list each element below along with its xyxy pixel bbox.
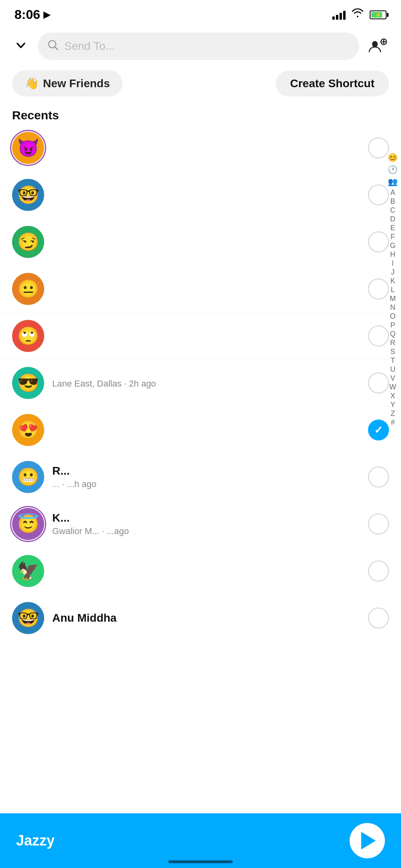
contact-checkbox[interactable] [368, 278, 389, 299]
avatar: 😐 [12, 273, 44, 305]
send-icon [361, 832, 376, 850]
alpha-a[interactable]: A [389, 189, 397, 196]
alpha-i[interactable]: I [389, 260, 397, 267]
avatar: 🦅 [12, 555, 44, 587]
contact-checkbox[interactable] [368, 184, 389, 205]
contact-checkbox[interactable] [368, 373, 389, 393]
alpha-q[interactable]: Q [389, 330, 397, 338]
battery-bolt: ⚡ [375, 12, 381, 18]
avatar: 🤓 [12, 602, 44, 634]
new-friends-button[interactable]: 👋 New Friends [12, 70, 123, 96]
search-icon [47, 39, 59, 53]
alpha-g[interactable]: G [389, 242, 397, 249]
scroll-spacer [0, 642, 401, 706]
alpha-j[interactable]: J [389, 268, 397, 276]
avatar-emoji: 🤓 [17, 609, 39, 627]
avatar: 😬 [12, 461, 44, 493]
contact-info: R... ... · ...h ago [44, 465, 368, 489]
contact-checkbox[interactable] [368, 326, 389, 346]
contact-row[interactable]: 🙄 [0, 313, 401, 360]
avatar: 😏 [12, 226, 44, 258]
avatar-emoji: 😐 [17, 280, 39, 298]
alpha-s[interactable]: S [389, 348, 397, 355]
signal-bar-1 [332, 16, 335, 20]
alpha-x[interactable]: X [389, 392, 397, 399]
alpha-clock-icon[interactable]: 🕐 [388, 165, 398, 174]
contact-checkbox[interactable] [368, 420, 389, 440]
alpha-group-icon[interactable]: 👥 [388, 177, 398, 186]
create-shortcut-button[interactable]: Create Shortcut [276, 71, 389, 96]
alpha-c[interactable]: C [389, 207, 397, 214]
time-display: 8:06 [14, 7, 40, 22]
status-bar: 8:06 ▶ ⚡ [0, 0, 401, 26]
status-time: 8:06 ▶ [14, 7, 50, 22]
alpha-l[interactable]: L [389, 286, 397, 293]
send-to-label: Jazzy [16, 832, 350, 849]
alpha-b[interactable]: B [389, 198, 397, 205]
avatar-emoji: 🤓 [17, 186, 39, 204]
send-button[interactable] [350, 823, 385, 858]
contact-row[interactable]: 😐 [0, 266, 401, 313]
battery-icon: ⚡ [370, 10, 387, 19]
contact-checkbox[interactable] [368, 467, 389, 487]
contact-row[interactable]: 🤓 Anu Middha [0, 595, 401, 642]
alpha-v[interactable]: V [389, 375, 397, 382]
alpha-f[interactable]: F [389, 233, 397, 240]
alphabet-index: 😊 🕐 👥 A B C D E F G H I J K L M N O P Q … [388, 153, 398, 426]
alpha-k[interactable]: K [389, 277, 397, 285]
add-friends-button[interactable] [367, 35, 389, 57]
contact-checkbox[interactable] [368, 514, 389, 534]
status-icons: ⚡ [332, 8, 387, 21]
alpha-hash[interactable]: # [389, 419, 397, 426]
avatar-emoji: 🙄 [17, 327, 39, 345]
search-input[interactable]: Send To... [64, 40, 350, 53]
contact-row[interactable]: 🤓 [0, 172, 401, 219]
back-button[interactable] [12, 37, 30, 55]
contact-row[interactable]: 🦅 [0, 548, 401, 595]
alpha-t[interactable]: T [389, 357, 397, 364]
avatar: 🙄 [12, 320, 44, 352]
avatar-emoji: 😎 [17, 374, 39, 392]
alpha-r[interactable]: R [389, 339, 397, 346]
avatar-emoji: 😍 [17, 421, 39, 439]
alpha-h[interactable]: H [389, 251, 397, 258]
svg-point-1 [372, 41, 378, 47]
contact-row[interactable]: 😇 K... Gwalior M... · ...ago [0, 501, 401, 548]
alpha-y[interactable]: Y [389, 401, 397, 408]
alpha-u[interactable]: U [389, 366, 397, 373]
alpha-n[interactable]: N [389, 304, 397, 311]
contact-name: R... [52, 465, 360, 477]
alpha-p[interactable]: P [389, 321, 397, 329]
alpha-emoji-icon[interactable]: 😊 [388, 153, 398, 162]
avatar: 😎 [12, 367, 44, 399]
signal-bar-4 [343, 11, 346, 20]
contact-name: Anu Middha [52, 612, 360, 624]
alpha-m[interactable]: M [389, 295, 397, 302]
contact-checkbox[interactable] [368, 561, 389, 581]
contact-info: K... Gwalior M... · ...ago [44, 512, 368, 536]
alpha-w[interactable]: W [389, 383, 397, 391]
action-buttons-row: 👋 New Friends Create Shortcut [0, 66, 401, 104]
contact-sublabel: ... · ...h ago [52, 479, 360, 489]
contact-row[interactable]: 😈 [0, 125, 401, 172]
signal-bars [332, 10, 346, 20]
contact-row[interactable]: 😎 Lane East, Dallas · 2h ago [0, 360, 401, 407]
contact-info [44, 570, 368, 572]
contact-checkbox[interactable] [368, 231, 389, 252]
alpha-o[interactable]: O [389, 313, 397, 320]
alpha-e[interactable]: E [389, 224, 397, 231]
contact-name: K... [52, 512, 360, 524]
contact-checkbox[interactable] [368, 137, 389, 158]
home-indicator [168, 860, 233, 863]
search-bar[interactable]: Send To... [38, 33, 359, 60]
contact-row[interactable]: 😍 [0, 407, 401, 454]
header-area: Send To... [0, 26, 401, 66]
contact-list: 😈 🤓 😏 😐 [0, 125, 401, 706]
contact-checkbox[interactable] [368, 608, 389, 628]
contact-row[interactable]: 😏 [0, 219, 401, 266]
avatar-emoji: 🦅 [17, 562, 39, 580]
avatar-emoji: 😬 [17, 468, 39, 486]
contact-row[interactable]: 😬 R... ... · ...h ago [0, 454, 401, 501]
alpha-d[interactable]: D [389, 215, 397, 223]
alpha-z[interactable]: Z [389, 410, 397, 417]
